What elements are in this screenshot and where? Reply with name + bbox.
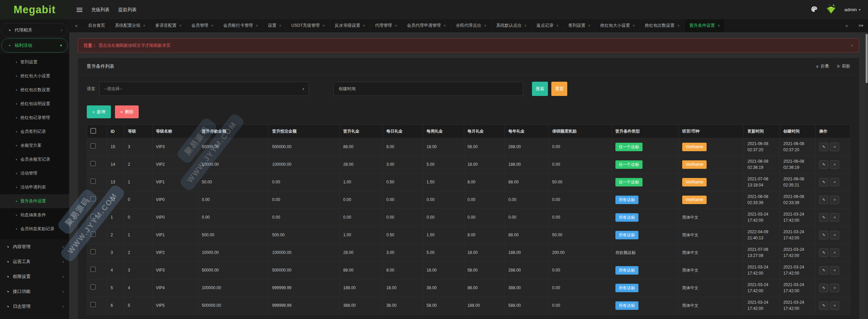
edit-button[interactable]: ✎	[819, 178, 828, 186]
close-tab-icon[interactable]: ×	[256, 23, 258, 28]
tab[interactable]: 抢红包大小设置×	[595, 19, 640, 32]
close-tab-icon[interactable]: ×	[395, 23, 397, 28]
delete-row-button[interactable]: ×	[830, 248, 839, 257]
tab[interactable]: 全民代理点位×	[451, 19, 491, 32]
edit-button[interactable]: ✎	[819, 143, 828, 151]
edit-button[interactable]: ✎	[819, 301, 828, 310]
close-tab-icon[interactable]: ×	[633, 23, 635, 28]
delete-row-button[interactable]: ×	[830, 231, 839, 239]
tab[interactable]: 反水等级设置×	[330, 19, 370, 32]
delete-row-button[interactable]: ×	[830, 213, 839, 222]
close-tab-icon[interactable]: ×	[363, 23, 365, 28]
edit-button[interactable]: ✎	[819, 284, 828, 292]
scrollbar-thumb[interactable]	[866, 34, 868, 83]
edit-button[interactable]: ✎	[819, 231, 828, 239]
delete-button[interactable]: ×删除	[115, 105, 139, 118]
tabs-scroll-left-icon[interactable]: «	[69, 19, 83, 32]
tab[interactable]: 系统默认点位×	[491, 19, 532, 32]
close-tab-icon[interactable]: ×	[556, 23, 558, 28]
tab[interactable]: USDT充值管理×	[287, 19, 330, 32]
delete-row-button[interactable]: ×	[830, 196, 839, 204]
sidebar-group[interactable]: ◔日志管理›	[0, 299, 69, 314]
tab[interactable]: 设置×	[263, 19, 287, 32]
close-tab-icon[interactable]: ×	[484, 23, 486, 28]
tabs-menu-icon[interactable]: ≡▾	[854, 19, 868, 32]
close-tab-icon[interactable]: ×	[588, 23, 590, 28]
alert-close-icon[interactable]: ×	[851, 43, 853, 48]
add-button[interactable]: +新增	[87, 105, 111, 118]
sidebar-item[interactable]: ◔会员余额宝记录	[0, 153, 69, 166]
row-checkbox[interactable]	[91, 267, 96, 272]
tab[interactable]: 会员代理申请管理×	[402, 19, 451, 32]
refresh-button[interactable]: ↻刷新	[836, 63, 850, 69]
sidebar-item[interactable]: ◔抢红包记录管理	[0, 111, 69, 125]
sidebar-group[interactable]: ◔站内信›	[0, 314, 69, 319]
sidebar-item[interactable]: ◔会员转盘奖励记录	[0, 222, 69, 236]
edit-button[interactable]: ✎	[819, 266, 828, 275]
row-checkbox[interactable]	[91, 249, 96, 254]
select-all-checkbox[interactable]	[91, 128, 96, 134]
sidebar-group[interactable]: ◔内容管理›	[0, 239, 69, 254]
delete-row-button[interactable]: ×	[830, 284, 839, 292]
sidebar-item[interactable]: ◔余额宝方案	[0, 139, 69, 153]
sidebar-item[interactable]: ◔活动管理	[0, 166, 69, 180]
tab[interactable]: 返点记录×	[532, 19, 564, 32]
menu-toggle-icon[interactable]	[77, 8, 82, 12]
topnav-recharge-list[interactable]: 充值列表	[91, 7, 110, 13]
edit-button[interactable]: ✎	[819, 160, 828, 169]
collapse-button[interactable]: ∨折叠	[815, 63, 829, 69]
avatar-diamond-icon[interactable]	[825, 3, 837, 16]
sidebar-item[interactable]: ◔抢红包大小设置	[0, 69, 69, 83]
row-checkbox[interactable]	[91, 232, 96, 237]
row-checkbox[interactable]	[91, 196, 96, 201]
tab[interactable]: 多语言配置×	[151, 19, 187, 32]
close-tab-icon[interactable]: ×	[322, 23, 325, 28]
language-select[interactable]: --请选择-- ▾	[99, 82, 309, 96]
row-checkbox[interactable]	[91, 214, 96, 219]
search-button[interactable]: 搜索	[532, 82, 548, 96]
delete-row-button[interactable]: ×	[830, 178, 839, 186]
close-tab-icon[interactable]: ×	[524, 23, 527, 28]
tab[interactable]: 会员银行卡管理×	[219, 19, 263, 32]
delete-row-button[interactable]: ×	[830, 143, 839, 151]
sidebar-group[interactable]: ◔代理相关›	[1, 23, 68, 37]
row-checkbox[interactable]	[91, 161, 96, 166]
delete-row-button[interactable]: ×	[830, 160, 839, 169]
close-tab-icon[interactable]: ×	[677, 23, 679, 28]
close-tab-icon[interactable]: ×	[179, 23, 182, 28]
sidebar-item[interactable]: ◔抢红包说明设置	[0, 97, 69, 111]
row-checkbox[interactable]	[91, 143, 96, 148]
tab[interactable]: 签到设置×	[564, 19, 595, 32]
row-checkbox[interactable]	[91, 179, 96, 184]
edit-button[interactable]: ✎	[819, 248, 828, 257]
close-tab-icon[interactable]: ×	[717, 23, 720, 28]
topnav-withdraw-list[interactable]: 提款列表	[118, 7, 137, 13]
close-tab-icon[interactable]: ×	[443, 23, 446, 28]
close-tab-icon[interactable]: ×	[143, 23, 145, 28]
user-menu[interactable]: admin ▾	[844, 7, 861, 12]
edit-button[interactable]: ✎	[819, 196, 828, 204]
sidebar-item[interactable]: ◔晋升条件设置	[0, 194, 69, 208]
sidebar-item[interactable]: ◔活动申请列表	[0, 180, 69, 194]
sidebar-group[interactable]: ◔运营工具›	[0, 254, 69, 269]
sidebar-item[interactable]: ◔签到设置	[0, 55, 69, 69]
sidebar-item[interactable]: ◔会员签到记录	[0, 125, 69, 139]
tabs-scroll-right-icon[interactable]: »	[840, 19, 854, 32]
sidebar-group[interactable]: ◔接口功能›	[0, 284, 69, 299]
create-time-input[interactable]	[361, 82, 523, 96]
sidebar-group[interactable]: ◔福利活动▾	[1, 38, 68, 53]
tab[interactable]: 会员管理×	[187, 19, 219, 32]
row-checkbox[interactable]	[91, 284, 96, 290]
sidebar-item[interactable]: ◔抢红包次数设置	[0, 83, 69, 97]
tab[interactable]: 抢红包次数设置×	[640, 19, 685, 32]
tab[interactable]: 晋升条件设置×	[685, 19, 725, 32]
close-tab-icon[interactable]: ×	[279, 23, 281, 28]
row-checkbox[interactable]	[91, 302, 96, 307]
tab[interactable]: 代理管理×	[370, 19, 402, 32]
theme-palette-icon[interactable]	[810, 5, 818, 14]
close-tab-icon[interactable]: ×	[211, 23, 214, 28]
tab[interactable]: 系统配置分组×	[110, 19, 151, 32]
sidebar-item[interactable]: ◔轮盘抽奖条件	[0, 208, 69, 222]
sidebar-group[interactable]: ◔权限设置›	[0, 269, 69, 284]
reset-button[interactable]: 重置	[551, 82, 567, 96]
